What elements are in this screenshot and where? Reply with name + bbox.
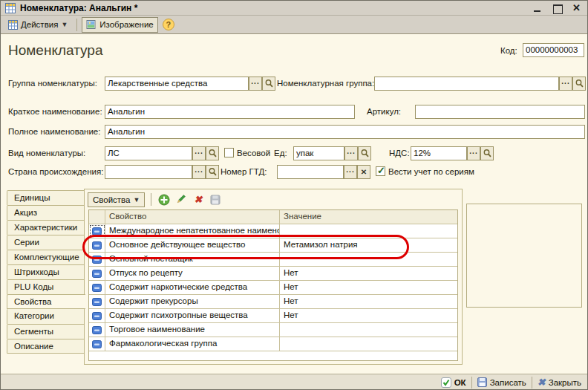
table-grid-icon [8,20,18,30]
properties-menu-label: Свойства [93,195,131,204]
tab-категории[interactable]: Категории [7,309,85,324]
table-header: Свойство Значение [89,210,457,224]
save-button[interactable]: Записать [477,377,526,387]
table-row[interactable]: Содержит наркотические средства Нет [89,281,457,295]
magnifier-icon [264,79,274,88]
properties-menu-button[interactable]: Свойства ▼ [88,192,145,207]
tab-свойства[interactable]: Свойства [7,294,85,309]
vat-field[interactable]: 12% [411,146,467,160]
property-icon [92,241,102,250]
statusbar-separator [471,377,472,389]
minimize-button[interactable] [533,4,543,13]
save-list-button-disabled[interactable] [209,193,221,206]
unit-search-button[interactable] [358,146,371,160]
article-label: Артикул: [367,107,401,116]
tab-сегменты[interactable]: Сегменты [7,324,85,339]
table-body: Международное непатентованное наимено...… [89,224,457,351]
table-row[interactable]: Фармакологическая группа [89,337,457,351]
close-button[interactable]: ✕ [572,4,581,13]
gtd-label: Номер ГТД: [220,167,267,176]
group-search-button[interactable] [262,77,275,91]
unit-field[interactable]: упак [293,146,344,160]
table-row[interactable]: Содержит психотропные вещества Нет [89,309,457,323]
table-grid-icon [5,3,16,13]
delete-button[interactable]: ✖ [192,193,204,206]
magnifier-icon [575,79,584,88]
tab-характеристики[interactable]: Характеристики [7,220,85,235]
tab-описание[interactable]: Описание [7,339,85,354]
help-icon[interactable]: ? [163,19,174,30]
gtd-field[interactable] [277,165,344,179]
kind-search-button[interactable] [206,146,219,160]
full-name-field[interactable]: Анальгин [105,125,585,139]
add-button[interactable] [157,193,170,206]
short-name-label: Краткое наименование: [8,107,102,116]
property-value: Нет [280,295,457,308]
property-name: Фармакологическая группа [105,337,280,351]
edit-button[interactable] [174,193,187,206]
tab-plu-коды[interactable]: PLU Коды [7,279,85,294]
group-select-button[interactable]: ... [249,77,262,91]
country-field[interactable] [105,165,192,179]
property-name: Основное действующее вещество [105,238,280,252]
property-value [280,224,457,238]
property-icon [92,269,102,279]
clear-x-icon: ✕ [361,168,367,176]
tab-акциз[interactable]: Акциз [7,205,85,220]
chevron-down-icon: ▼ [134,196,140,204]
vat-search-button[interactable] [480,146,494,160]
property-icon [92,325,102,335]
country-search-button[interactable] [206,165,219,179]
table-row[interactable]: Основное действующее вещество Метамизол … [89,238,457,253]
property-icon [92,297,102,307]
nomgroup-search-button[interactable] [572,77,586,91]
article-field[interactable] [415,105,585,119]
status-bar: ОК Записать ✖ Закрыть [1,374,587,390]
property-name: Содержит прекурсоры [105,295,280,308]
series-checkbox[interactable] [376,166,385,176]
kind-field[interactable]: ЛС [105,146,192,160]
icon-column-header [89,210,105,224]
table-row[interactable]: Международное непатентованное наимено... [89,224,457,238]
property-icon [92,255,102,264]
image-button[interactable]: Изображение [82,17,157,33]
title-bar[interactable]: Номенклатура: Анальгин * ✕ [1,1,587,16]
vat-select-button[interactable]: ... [467,146,480,160]
image-preview-box[interactable] [466,204,582,308]
actions-button[interactable]: Действия ▼ [4,17,72,33]
magnifier-icon [208,149,218,158]
main-toolbar: Действия ▼ Изображение ? [1,16,587,34]
weight-checkbox[interactable] [224,148,234,157]
tab-комплектующие[interactable]: Комплектующие [7,250,85,264]
nomgroup-field[interactable] [374,77,559,91]
nomenclature-window: Номенклатура: Анальгин * ✕ Действия ▼ [0,0,588,390]
code-field[interactable]: 00000000003 [523,43,584,57]
gtd-select-button[interactable]: ... [344,165,357,179]
country-select-button[interactable]: ... [192,165,206,179]
gtd-clear-button[interactable]: ✕ [357,165,370,179]
table-row[interactable]: Торговое наименование [89,323,457,337]
table-row[interactable]: Отпуск по рецепту Нет [89,267,457,281]
full-name-label: Полное наименование: [8,127,100,136]
tab-штрихкоды[interactable]: Штрихкоды [7,264,85,279]
image-label: Изображение [99,20,153,29]
tab-серии[interactable]: Серии [7,235,85,250]
kind-select-button[interactable]: ... [192,146,206,160]
close-x-icon: ✖ [538,377,546,388]
weight-label: Весовой [237,149,270,157]
maximize-button[interactable] [552,4,562,13]
table-row[interactable]: Содержит прекурсоры Нет [89,295,457,309]
short-name-field[interactable]: Анальгин [105,105,355,119]
nomgroup-select-button[interactable]: ... [559,77,572,91]
ok-button[interactable]: ОК [441,377,466,388]
close-form-button[interactable]: ✖ Закрыть [538,377,581,388]
ok-check-icon [441,377,451,388]
table-row[interactable]: Основной поставщик [89,253,457,267]
toolbar-separator [76,19,77,31]
delete-x-icon: ✖ [194,194,202,205]
property-name: Отпуск по рецепту [105,267,280,280]
unit-select-button[interactable]: ... [344,146,358,160]
picture-icon [86,19,97,30]
tab-единицы[interactable]: Единицы [7,190,85,205]
group-field[interactable]: Лекарственные средства [105,77,249,91]
